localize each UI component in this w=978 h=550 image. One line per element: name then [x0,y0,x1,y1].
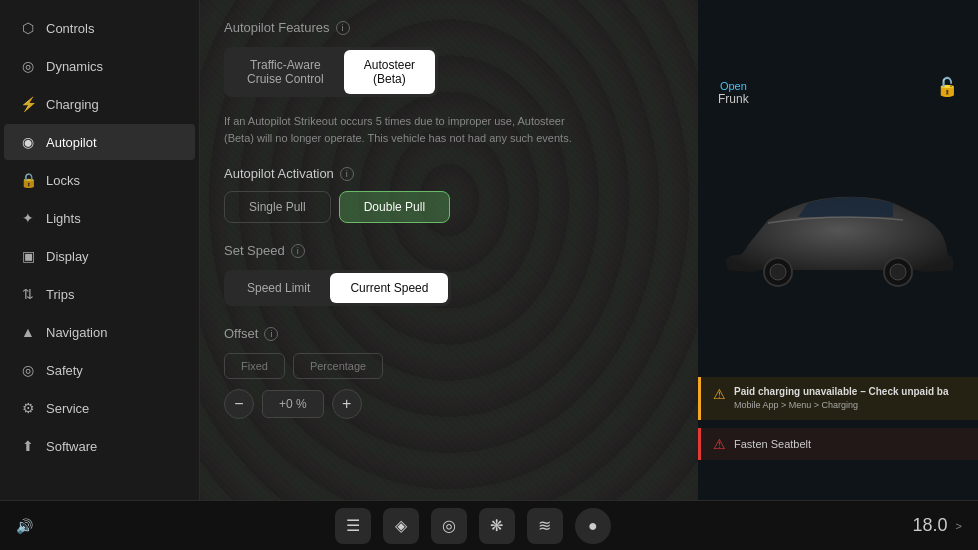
sidebar-item-controls[interactable]: ⬡ Controls [4,10,195,46]
percentage-btn[interactable]: Percentage [293,353,383,379]
taskbar-right: 18.0 > [913,515,962,536]
trips-icon: ⇅ [20,286,36,302]
sidebar-label-service: Service [46,401,89,416]
sidebar-label-trips: Trips [46,287,74,302]
sidebar-item-dynamics[interactable]: ◎ Dynamics [4,48,195,84]
sidebar-item-lights[interactable]: ✦ Lights [4,200,195,236]
seatbelt-alert-banner: ⚠ Fasten Seatbelt [698,428,978,460]
profile-icon[interactable]: ● [575,508,611,544]
cruise-control-btn[interactable]: Traffic-AwareCruise Control [227,50,344,94]
center-panel: Autopilot Features i Traffic-AwareCruise… [200,0,698,500]
car-image-area [698,120,978,340]
feature-toggle-group: Traffic-AwareCruise Control Autosteer(Be… [224,47,438,97]
safety-icon: ◎ [20,362,36,378]
taskbar: 🔊 ☰ ◈ ◎ ❋ ≋ ● 18.0 > [0,500,978,550]
set-speed-title: Set Speed i [224,243,674,258]
service-icon: ⚙ [20,400,36,416]
activation-title: Autopilot Activation i [224,166,674,181]
offset-type-group: Fixed Percentage [224,353,674,379]
sidebar-label-navigation: Navigation [46,325,107,340]
main-content: ⬡ Controls ◎ Dynamics ⚡ Charging ◉ Autop… [0,0,978,500]
sidebar-item-service[interactable]: ⚙ Service [4,390,195,426]
locks-icon: 🔒 [20,172,36,188]
sidebar-item-trips[interactable]: ⇅ Trips [4,276,195,312]
apps-icon[interactable]: ☰ [335,508,371,544]
sidebar-item-display[interactable]: ▣ Display [4,238,195,274]
alert-subtitle: Mobile App > Menu > Charging [734,399,949,412]
speed-display: 18.0 [913,515,948,536]
offset-controls: − +0 % + [224,389,674,419]
alert-text-content: Paid charging unavailable – Check unpaid… [734,385,949,412]
sidebar-item-locks[interactable]: 🔒 Locks [4,162,195,198]
set-speed-section: Set Speed i Speed Limit Current Speed [224,243,674,306]
sidebar-label-software: Software [46,439,97,454]
autopilot-icon: ◉ [20,134,36,150]
controls-icon: ⬡ [20,20,36,36]
frunk-text: Frunk [718,92,749,106]
speed-limit-btn[interactable]: Speed Limit [227,273,330,303]
offset-title: Offset i [224,326,674,341]
taskbar-left: 🔊 [16,518,33,534]
charging-icon: ⚡ [20,96,36,112]
sidebar-item-safety[interactable]: ◎ Safety [4,352,195,388]
activation-group: Single Pull Double Pull [224,191,674,223]
seatbelt-warning-icon: ⚠ [713,436,726,452]
sidebar-label-display: Display [46,249,89,264]
media-icon[interactable]: ◈ [383,508,419,544]
sidebar-label-autopilot: Autopilot [46,135,97,150]
taskbar-center: ☰ ◈ ◎ ❋ ≋ ● [335,508,611,544]
charging-alert-banner: ⚠ Paid charging unavailable – Check unpa… [698,377,978,420]
car-viz: Open Frunk 🔓 [698,0,978,500]
alert-title: Paid charging unavailable – Check unpaid… [734,385,949,399]
navigation-icon: ▲ [20,324,36,340]
single-pull-btn[interactable]: Single Pull [224,191,331,223]
autopilot-features-info-icon[interactable]: i [336,21,350,35]
lock-icon: 🔓 [936,77,958,97]
sidebar-label-safety: Safety [46,363,83,378]
offset-minus-btn[interactable]: − [224,389,254,419]
autopilot-features-label: Autopilot Features [224,20,330,35]
autosteer-btn[interactable]: Autosteer(Beta) [344,50,435,94]
volume-icon[interactable]: 🔊 [16,518,33,534]
set-speed-toggle-group: Speed Limit Current Speed [224,270,451,306]
lights-icon: ✦ [20,210,36,226]
sidebar-item-charging[interactable]: ⚡ Charging [4,86,195,122]
display-icon: ▣ [20,248,36,264]
sidebar-label-lights: Lights [46,211,81,226]
car-visualization-panel: Open Frunk 🔓 [698,0,978,500]
screen: ⬡ Controls ◎ Dynamics ⚡ Charging ◉ Autop… [0,0,978,550]
dynamics-icon: ◎ [20,58,36,74]
phone-icon[interactable]: ❋ [479,508,515,544]
svg-point-1 [770,264,786,280]
sidebar-item-software[interactable]: ⬆ Software [4,428,195,464]
sidebar: ⬡ Controls ◎ Dynamics ⚡ Charging ◉ Autop… [0,0,200,500]
fixed-btn[interactable]: Fixed [224,353,285,379]
alert-warning-icon: ⚠ [713,386,726,402]
frunk-label: Open Frunk [718,80,749,106]
sidebar-label-charging: Charging [46,97,99,112]
autopilot-features-section: Autopilot Features i [224,20,674,35]
double-pull-btn[interactable]: Double Pull [339,191,450,223]
speed-unit: > [956,520,962,532]
offset-plus-btn[interactable]: + [332,389,362,419]
nav-icon[interactable]: ◎ [431,508,467,544]
open-text: Open [718,80,749,92]
sidebar-item-autopilot[interactable]: ◉ Autopilot [4,124,195,160]
offset-info-icon[interactable]: i [264,327,278,341]
current-speed-btn[interactable]: Current Speed [330,273,448,303]
car-silhouette [718,165,958,295]
climate-icon[interactable]: ≋ [527,508,563,544]
autopilot-description: If an Autopilot Strikeout occurs 5 times… [224,113,584,146]
sidebar-label-locks: Locks [46,173,80,188]
sidebar-label-controls: Controls [46,21,94,36]
activation-info-icon[interactable]: i [340,167,354,181]
software-icon: ⬆ [20,438,36,454]
svg-point-3 [890,264,906,280]
offset-value-display: +0 % [262,390,324,418]
seatbelt-text: Fasten Seatbelt [734,438,811,450]
set-speed-info-icon[interactable]: i [291,244,305,258]
sidebar-label-dynamics: Dynamics [46,59,103,74]
sidebar-item-navigation[interactable]: ▲ Navigation [4,314,195,350]
activation-section: Autopilot Activation i Single Pull Doubl… [224,166,674,223]
lock-icon-area: 🔓 [936,76,958,98]
